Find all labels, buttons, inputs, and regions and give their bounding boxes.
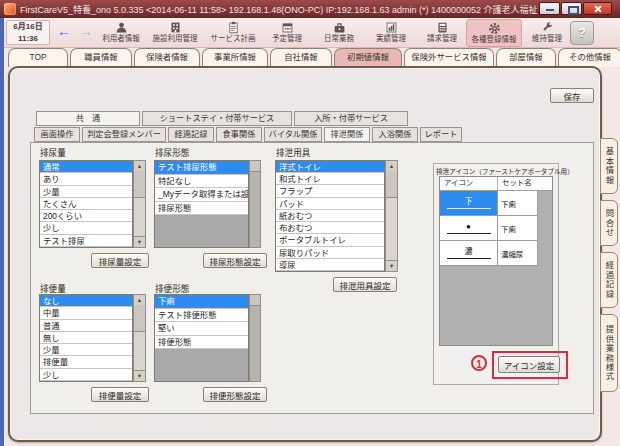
list-item[interactable]: フラップ bbox=[276, 185, 384, 197]
list-item[interactable]: テスト排尿 bbox=[40, 235, 132, 247]
list-item[interactable]: 和式トイレ bbox=[276, 173, 384, 185]
excretion-tool-setting-button[interactable]: 排泄用具設定 bbox=[333, 277, 397, 292]
list-item[interactable]: 排便量 bbox=[40, 356, 132, 368]
side-tab-service-form[interactable]: 提供業務様式 bbox=[600, 314, 618, 392]
scroll-thumb[interactable] bbox=[250, 295, 260, 306]
list-item[interactable]: パッド bbox=[276, 198, 384, 210]
tab-initial-values[interactable]: 初期値情報 bbox=[334, 48, 402, 67]
tab-staff-info[interactable]: 職員情報 bbox=[70, 48, 132, 67]
excretion-icon-table: アイコン セット名 下 下痢 ● bbox=[439, 176, 553, 346]
side-tab-progress-record[interactable]: 経過記録 bbox=[600, 252, 618, 308]
subtab-meal[interactable]: 食事関係 bbox=[216, 127, 262, 142]
subtab-common[interactable]: 共 通 bbox=[36, 111, 140, 126]
excretion-tool-scrollbar[interactable]: ▲ ▼ bbox=[385, 160, 398, 272]
list-item[interactable]: 排便形態 bbox=[155, 336, 248, 350]
urine-amount-scrollbar[interactable]: ▲ ▼ bbox=[133, 160, 146, 248]
excretion-icon: 下 bbox=[465, 197, 473, 206]
list-item[interactable]: ポータブルトイレ bbox=[276, 234, 384, 246]
toolbar-item-schedule[interactable]: 予定管理 bbox=[262, 19, 312, 47]
scroll-thumb[interactable] bbox=[134, 305, 145, 332]
icon-setting-button[interactable]: アイコン設定 bbox=[498, 356, 560, 373]
subtab-admission-service[interactable]: 入所・付帯サービス bbox=[294, 111, 408, 126]
date-time-display: 6月16日 11:36 bbox=[6, 20, 50, 45]
list-item[interactable]: 下痢 bbox=[155, 295, 248, 309]
toolbar-item-daily-work[interactable]: 日常業務 bbox=[316, 19, 362, 47]
subtab-judging-members[interactable]: 判定会登録メンバー bbox=[82, 127, 166, 142]
toolbar-item-service-plan[interactable]: サービス計画 bbox=[206, 19, 260, 47]
close-button[interactable] bbox=[583, 2, 612, 15]
list-item[interactable]: 紙おむつ bbox=[276, 210, 384, 222]
excretion-tool-listbox: 洋式トイレ 和式トイレ フラップ パッド 紙おむつ 布おむつ ポータブルトイレ … bbox=[275, 160, 385, 272]
tab-other-info[interactable]: その他情報 bbox=[558, 48, 620, 67]
list-item[interactable]: 通常 bbox=[40, 161, 132, 173]
list-item[interactable]: 布おむつ bbox=[276, 222, 384, 234]
urine-amount-setting-button[interactable]: 排尿量設定 bbox=[91, 253, 149, 268]
tab-top[interactable]: TOP bbox=[8, 48, 68, 67]
toolbar-item-results[interactable]: 実績管理 bbox=[368, 19, 414, 47]
user-icon bbox=[96, 20, 146, 34]
excretion-tool-label: 排泄用具 bbox=[276, 146, 310, 158]
list-item[interactable]: 堅い bbox=[155, 322, 248, 336]
tab-office-info[interactable]: 事業所情報 bbox=[202, 48, 268, 67]
subtab-excretion[interactable]: 排泄関係 bbox=[324, 127, 370, 142]
stool-form-scrollbar[interactable] bbox=[249, 294, 261, 382]
list-item[interactable]: 無し bbox=[40, 332, 132, 344]
list-item[interactable]: 200くらい bbox=[40, 210, 132, 222]
tab-noninsurance-service[interactable]: 保険外サービス情報 bbox=[404, 48, 494, 67]
list-item[interactable]: 少し bbox=[40, 369, 132, 381]
icon-table-row[interactable]: ● 下痢 bbox=[440, 216, 552, 241]
toolbar-item-billing[interactable]: 請求管理 bbox=[418, 19, 466, 47]
toolbar-item-registration[interactable]: 各種登録情報 bbox=[466, 19, 522, 47]
list-item[interactable]: なし bbox=[40, 295, 132, 307]
side-tab-inquiry[interactable]: 問合せ bbox=[600, 200, 618, 246]
save-button[interactable]: 保存 bbox=[550, 88, 594, 103]
subtab-report[interactable]: レポート bbox=[420, 127, 462, 142]
list-item[interactable]: テスト排便形態 bbox=[155, 309, 248, 323]
stool-amount-setting-button[interactable]: 排便量設定 bbox=[91, 387, 149, 402]
list-item[interactable]: 少量 bbox=[40, 344, 132, 356]
subtab-vital[interactable]: バイタル関係 bbox=[264, 127, 322, 142]
list-item[interactable]: 洋式トイレ bbox=[276, 161, 384, 173]
toolbar-item-label: サービス計画 bbox=[206, 34, 260, 44]
list-item[interactable]: たくさん bbox=[40, 198, 132, 210]
scroll-down-icon[interactable]: ▼ bbox=[134, 370, 145, 381]
list-item[interactable]: 中量 bbox=[40, 307, 132, 319]
scroll-thumb[interactable] bbox=[386, 171, 397, 198]
scroll-thumb[interactable] bbox=[134, 171, 145, 198]
list-item[interactable]: 特記なし bbox=[155, 175, 248, 189]
minimize-button[interactable] bbox=[539, 2, 560, 15]
stool-form-setting-button[interactable]: 排便形態設定 bbox=[203, 387, 267, 402]
list-item[interactable]: 普通 bbox=[40, 320, 132, 332]
tab-company-info[interactable]: 自社情報 bbox=[270, 48, 332, 67]
scroll-down-icon[interactable]: ▼ bbox=[386, 260, 397, 271]
help-button[interactable]: ? bbox=[570, 21, 594, 45]
scroll-thumb[interactable] bbox=[250, 161, 260, 172]
scroll-down-icon[interactable]: ▼ bbox=[134, 236, 145, 247]
back-arrow-icon[interactable]: ← bbox=[57, 23, 71, 39]
list-item[interactable]: 導尿 bbox=[276, 259, 384, 271]
toolbar-item-user-info[interactable]: 利用者情報 bbox=[96, 19, 146, 47]
tab-insurer-info[interactable]: 保険者情報 bbox=[134, 48, 200, 67]
list-item[interactable]: 尿取りパッド bbox=[276, 247, 384, 259]
tab-room-info[interactable]: 部屋情報 bbox=[496, 48, 556, 67]
stool-amount-scrollbar[interactable]: ▲ ▼ bbox=[133, 294, 146, 382]
subtab-progress-record[interactable]: 経過記録 bbox=[168, 127, 214, 142]
urine-form-scrollbar[interactable] bbox=[249, 160, 261, 248]
list-item[interactable]: テスト排尿形態 bbox=[155, 161, 248, 175]
list-item[interactable]: 少量 bbox=[40, 186, 132, 198]
list-item[interactable]: 排尿形態 bbox=[155, 202, 248, 216]
list-item[interactable]: _Myデータ取得または設定 bbox=[155, 188, 248, 202]
toolbar-item-maintenance[interactable]: 維持管理 bbox=[524, 19, 570, 47]
side-tab-basic-info[interactable]: 基本情報 bbox=[600, 138, 618, 194]
stool-form-listbox: 下痢 テスト排便形態 堅い 排便形態 bbox=[154, 294, 249, 382]
icon-table-row[interactable]: 下 下痢 bbox=[440, 191, 552, 216]
subtab-bathing[interactable]: 入浴関係 bbox=[372, 127, 418, 142]
subtab-screen-operation[interactable]: 画面操作 bbox=[34, 127, 80, 142]
list-item[interactable]: あり bbox=[40, 173, 132, 185]
maximize-button[interactable] bbox=[561, 2, 582, 15]
list-item[interactable]: 少し bbox=[40, 222, 132, 234]
subtab-shortstay-service[interactable]: ショートステイ・付帯サービス bbox=[142, 111, 292, 126]
urine-form-setting-button[interactable]: 排尿形態設定 bbox=[203, 253, 267, 268]
toolbar-item-facility-use[interactable]: 施設利用管理 bbox=[146, 19, 204, 47]
icon-table-row[interactable]: 濃 濃縮尿 bbox=[440, 241, 552, 266]
